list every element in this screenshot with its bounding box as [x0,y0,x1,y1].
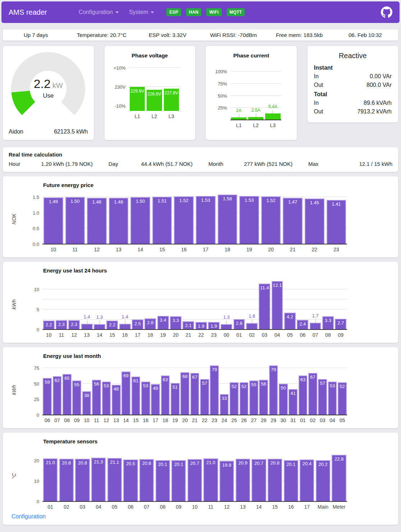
nav-configuration[interactable]: Configuration [79,9,119,15]
x-tick-label: 23 [207,330,220,338]
x-tick-label: 15 [151,244,173,252]
bar-slot: 227.8V [163,68,180,111]
meter-summary: Aidon 62123.5 kWh [9,129,88,135]
bar-slot: 2.2 [106,279,119,330]
realtime-row: Hour1.20 kWh (1.79 NOK)Day44.4 kWh (51.7… [9,161,392,167]
x-tick-label: 22 [304,244,326,252]
bar-slot: 79 [209,365,219,415]
x-tick-label: 10 [187,501,203,510]
bar-slot: 20.4 [299,450,315,501]
y-axis-label: NOK [11,214,17,224]
x-tick-label: 02 [59,501,75,510]
bar-value-label: 52 [333,384,351,389]
x-tick-label: 01 [42,501,59,510]
bar-slot: 53 [327,365,337,415]
realtime-value: 277 kWh (521 NOK) [244,161,292,167]
y-axis-label: kWh [11,299,17,309]
bar-slot: 68 [180,365,190,415]
github-link[interactable] [381,6,392,18]
configuration-link[interactable]: Configuration [11,513,46,520]
status-item: Temperature: 20.7°C [69,32,134,38]
x-tick-label: 02 [245,330,258,338]
bar-slot: 20.5 [123,450,139,501]
bar [43,197,63,244]
x-tick-label: 03 [74,501,91,510]
x-tick-label: 07 [139,501,155,510]
x-tick-label: L1 [129,111,146,119]
bar-slot: 12.1 [271,279,284,330]
bar-value-label: 69 [117,373,135,378]
badge-esp: ESP [166,8,181,16]
bar-slot: 52 [337,365,347,415]
power-gauge: 2.2kW Use [10,51,86,127]
bar-slot: 1.53 [195,194,217,244]
bar-slot: 229.9V [129,68,146,111]
power-gauge-card: 2.2kW Use Aidon 62123.5 kWh [3,46,94,140]
bar-value-label: 63 [156,377,174,382]
gauge-center: 2.2kW Use [10,77,86,99]
x-tick-label: 09 [72,415,82,423]
y-tick-label: 0 [37,327,39,332]
x-tick-label: 06 [296,330,309,338]
x-tick-label: 14 [121,415,131,423]
x-tick-label: 19 [170,415,180,423]
bar [174,196,194,244]
x-tick-label: 05 [107,501,123,510]
x-tick-label: L3 [163,111,180,119]
chart-title: Temperature sensors [43,438,392,444]
y-axis-label: °C [11,473,17,479]
reactive-row: In 89.6 kVArh [314,99,392,107]
gauge-unit: kW [52,81,63,89]
x-tick-label: 20 [180,415,190,423]
status-badges: ESPHANWiFiMQTT [166,8,250,16]
x-tick-label: 21 [190,415,199,423]
bar-slot: 62 [52,365,62,415]
x-tick-label: 27 [249,415,259,423]
y-tick-label: 230V [115,84,125,90]
bar [109,198,129,244]
x-tick-label: L1 [230,120,247,128]
x-tick-label: 12 [219,501,235,510]
bar-slot: 2.3 [68,279,80,330]
bar-slot: 57 [318,365,327,415]
realtime-item: Max12.1 / 15 kWh [308,161,392,167]
x-tick-label: 12 [101,415,111,423]
phase-voltage-card: Phase voltage +10%230V-10%229.9V226.6V22… [105,46,195,140]
x-tick-label: 11 [203,501,219,510]
chart-title: Phase voltage [110,52,190,59]
phase-voltage-chart: +10%230V-10%229.9V226.6V227.8VL1L2L3 [110,68,190,119]
x-tick-label: 13 [235,501,251,510]
bar-slot: 20.8 [59,450,75,501]
axis-baseline [42,415,347,415]
axis-baseline [42,244,347,244]
x-tick-label: 13 [111,415,121,423]
x-tick-label: 11 [64,244,86,252]
realtime-value: 44.4 kWh (51.7 NOK) [141,161,193,167]
x-tick-label: 24 [219,415,229,423]
reactive-title: Reactive [314,52,392,60]
bar-slot: 63 [298,365,308,415]
y-tick-label: 0 [37,412,39,418]
bar-value-label: 48 [107,386,125,392]
chart-title: Phase current [212,52,291,59]
realtime-item: Month277 kWh (521 NOK) [208,161,308,167]
y-tick-label: 75 [34,365,39,371]
y-tick-label: 5 [37,307,39,312]
bar-slot: 20.8 [267,450,283,501]
bar-value-label: 1.41 [321,201,352,207]
x-tick-label: 31 [288,415,298,423]
bar-value-label: 1.9 [203,323,224,329]
bar-value-label: 1.6 [241,313,262,319]
realtime-value: 12.1 / 15 kWh [359,161,392,167]
x-tick-label: 08 [62,415,72,423]
x-tick-label: 21 [282,244,304,252]
x-tick-label: 30 [278,415,288,423]
nav-system[interactable]: System [129,9,154,15]
bar-slot: 2.6 [233,279,245,330]
bar [210,365,219,415]
status-item: ESP volt: 3.32V [135,32,200,38]
main-nav: Configuration System ESPHANWiFiMQTT [79,8,250,16]
reactive-row: Out 800.0 VAr [314,81,392,89]
github-icon [381,6,392,18]
bar-slot: 20.1 [283,450,299,501]
